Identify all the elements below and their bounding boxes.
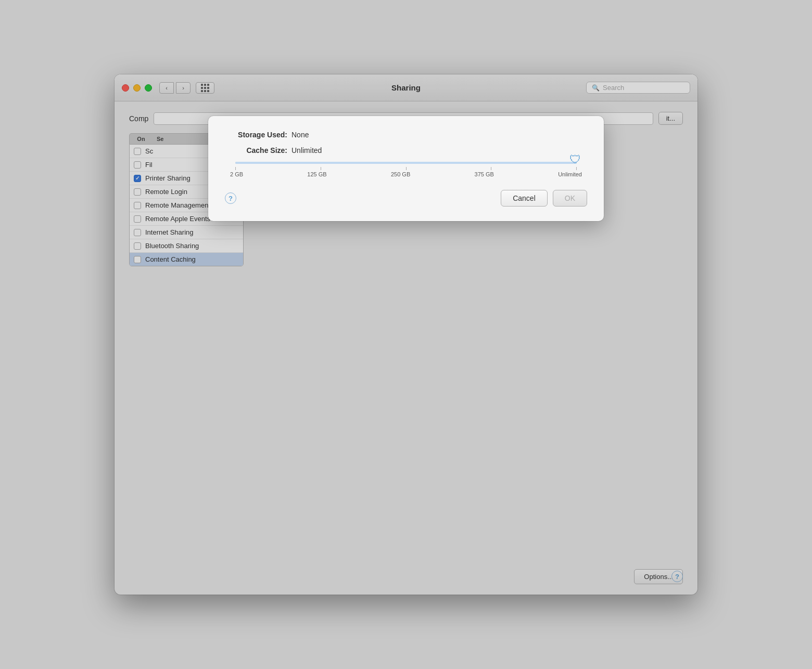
cache-size-value: Unlimited <box>291 146 322 155</box>
shield-icon: 🛡 <box>569 153 581 166</box>
modal-buttons: Cancel OK <box>501 190 587 207</box>
slider-label-250gb: 250 GB <box>391 171 410 177</box>
tick <box>576 167 577 170</box>
help-button-modal[interactable]: ? <box>225 192 236 204</box>
tick <box>235 167 236 170</box>
slider-label-125gb: 125 GB <box>307 171 326 177</box>
storage-used-value: None <box>291 131 309 139</box>
slider-label-2gb: 2 GB <box>230 171 243 177</box>
slider-label-375gb: 375 GB <box>475 171 494 177</box>
slider-fill <box>235 162 577 164</box>
slider-container: 🛡 <box>225 162 587 164</box>
tick-marks <box>225 167 587 170</box>
tick <box>491 167 491 170</box>
cache-size-row: Cache Size: Unlimited <box>225 146 587 155</box>
modal-overlay: Storage Used: None Cache Size: Unlimited… <box>115 74 697 595</box>
tick <box>406 167 407 170</box>
storage-used-row: Storage Used: None <box>225 131 587 139</box>
tick <box>321 167 321 170</box>
slider-label-unlimited: Unlimited <box>558 171 582 177</box>
ok-button[interactable]: OK <box>553 190 587 207</box>
cache-size-modal: Storage Used: None Cache Size: Unlimited… <box>208 116 604 221</box>
system-preferences-window: ‹ › Sharing 🔍 Search Comp it... <box>115 74 697 595</box>
modal-footer: ? Cancel OK <box>225 190 587 207</box>
slider-labels: 2 GB 125 GB 250 GB 375 GB Unlimited <box>225 171 587 177</box>
cancel-button[interactable]: Cancel <box>501 190 548 207</box>
storage-used-label: Storage Used: <box>225 131 287 139</box>
slider-thumb[interactable]: 🛡 <box>568 152 582 167</box>
cache-size-slider-section: 🛡 2 GB 125 GB 250 GB 375 GB Unlimi <box>225 162 587 177</box>
cache-size-label: Cache Size: <box>225 146 287 155</box>
slider-track: 🛡 <box>235 162 577 164</box>
